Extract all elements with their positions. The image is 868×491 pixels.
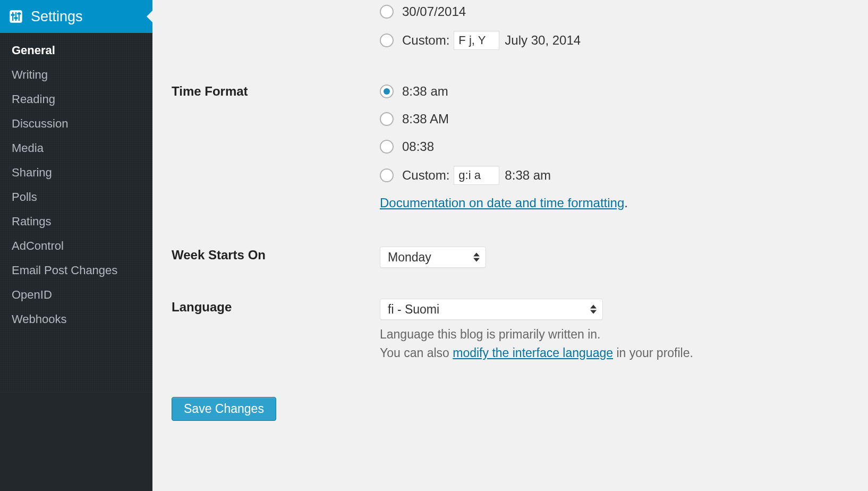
week-starts-on-label: Week Starts On: [172, 247, 380, 263]
time-format-radio-custom[interactable]: [380, 168, 394, 182]
sidebar-item-label: Email Post Changes: [12, 264, 117, 277]
sidebar-item-adcontrol[interactable]: AdControl: [0, 234, 152, 258]
sidebar-item-discussion[interactable]: Discussion: [0, 112, 152, 136]
doc-link-period: .: [624, 196, 628, 210]
sliders-icon: [8, 9, 23, 24]
sidebar-item-label: AdControl: [12, 239, 64, 252]
settings-general-form: 30/07/2014 Custom: July 30, 2014 Time Fo…: [152, 0, 868, 491]
time-format-custom-label: Custom:: [402, 168, 449, 183]
sidebar-item-writing[interactable]: Writing: [0, 63, 152, 87]
time-format-option-label: 8:38 am: [402, 84, 448, 99]
sidebar-item-label: Sharing: [12, 166, 52, 179]
sidebar-item-label: General: [12, 44, 55, 57]
settings-submenu: General Writing Reading Discussion Media…: [0, 33, 152, 335]
week-starts-on-select[interactable]: Monday: [380, 247, 486, 268]
sidebar-item-label: Writing: [12, 68, 48, 81]
sidebar-item-sharing[interactable]: Sharing: [0, 160, 152, 185]
admin-sidebar: Settings General Writing Reading Discuss…: [0, 0, 152, 491]
sidebar-item-label: Polls: [12, 190, 37, 204]
language-helper-prefix: You can also: [380, 346, 453, 360]
sidebar-header-settings[interactable]: Settings: [0, 0, 152, 33]
sidebar-item-label: OpenID: [12, 288, 52, 301]
sidebar-item-label: Reading: [12, 92, 55, 106]
svg-rect-5: [14, 17, 18, 19]
svg-rect-2: [15, 12, 16, 21]
time-format-custom-input[interactable]: [454, 166, 499, 185]
time-format-radio-gia[interactable]: [380, 84, 394, 98]
date-format-custom-preview: July 30, 2014: [505, 33, 581, 48]
date-format-radio-custom[interactable]: [380, 33, 394, 47]
sidebar-item-webhooks[interactable]: Webhooks: [0, 307, 152, 332]
sidebar-item-openid[interactable]: OpenID: [0, 283, 152, 307]
sidebar-item-label: Webhooks: [12, 312, 67, 326]
sidebar-item-email-post-changes[interactable]: Email Post Changes: [0, 258, 152, 283]
svg-rect-1: [12, 12, 13, 21]
time-format-option-label: 08:38: [402, 139, 434, 154]
svg-rect-4: [11, 14, 15, 16]
sidebar-item-label: Ratings: [12, 215, 52, 228]
language-helper-line1: Language this blog is primarily written …: [380, 325, 849, 344]
modify-interface-language-link[interactable]: modify the interface language: [453, 346, 613, 360]
sidebar-item-ratings[interactable]: Ratings: [0, 209, 152, 234]
sidebar-item-general[interactable]: General: [0, 38, 152, 63]
date-format-radio-ddmmyyyy[interactable]: [380, 5, 394, 19]
language-label: Language: [172, 299, 380, 315]
date-format-custom-label: Custom:: [402, 33, 449, 48]
time-format-option-label: 8:38 AM: [402, 112, 449, 126]
time-format-label: Time Format: [172, 83, 380, 99]
save-changes-button[interactable]: Save Changes: [172, 397, 276, 421]
sidebar-item-media[interactable]: Media: [0, 136, 152, 160]
language-helper-suffix: in your profile.: [613, 346, 693, 360]
date-time-docs-link[interactable]: Documentation on date and time formattin…: [380, 196, 624, 210]
sidebar-header-label: Settings: [31, 9, 83, 25]
sidebar-item-reading[interactable]: Reading: [0, 87, 152, 112]
sidebar-item-polls[interactable]: Polls: [0, 185, 152, 209]
sidebar-item-label: Media: [12, 141, 44, 155]
svg-rect-6: [17, 13, 21, 15]
language-select[interactable]: fi - Suomi: [380, 299, 603, 320]
time-format-custom-preview: 8:38 am: [505, 168, 551, 183]
time-format-radio-Hi[interactable]: [380, 140, 394, 154]
date-format-option-label: 30/07/2014: [402, 4, 466, 19]
sidebar-empty-area: [0, 393, 152, 491]
sidebar-item-label: Discussion: [12, 117, 68, 130]
time-format-radio-giA[interactable]: [380, 112, 394, 126]
date-format-custom-input[interactable]: [454, 31, 499, 50]
